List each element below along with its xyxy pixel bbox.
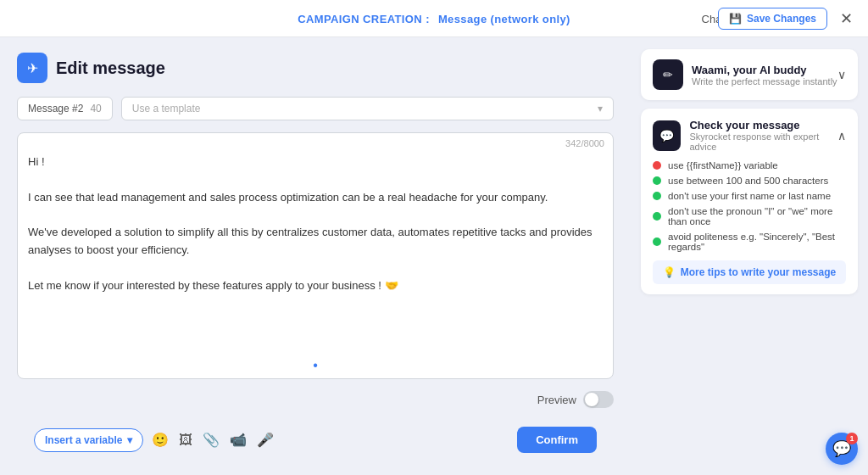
check-card-left: 💬 Check your message Skyrocket response … xyxy=(653,119,837,152)
controls-row: Message #2 40 Use a template ▾ xyxy=(17,97,614,120)
confirm-button[interactable]: Confirm xyxy=(517,427,597,453)
close-button[interactable]: ✕ xyxy=(834,7,858,31)
confirm-label: Confirm xyxy=(536,433,578,446)
save-changes-button[interactable]: 💾 Save Changes xyxy=(718,8,827,30)
insert-variable-label: Insert a variable xyxy=(45,434,122,446)
right-panel: ✏ Waami, your AI buddy Write the perfect… xyxy=(631,37,868,475)
chevron-down-icon: ▾ xyxy=(598,103,603,115)
check-subtitle: Skyrocket response with expert advice xyxy=(689,131,837,152)
page-title: CAMPAIGN CREATION : Message (network onl… xyxy=(298,11,570,26)
preview-label: Preview xyxy=(537,394,576,406)
template-select[interactable]: Use a template ▾ xyxy=(121,97,614,120)
check-card-header: 💬 Check your message Skyrocket response … xyxy=(653,119,846,152)
waami-collapse-chevron[interactable]: ∨ xyxy=(837,68,846,81)
video-icon[interactable]: 📹 xyxy=(230,432,247,448)
check-item-text: avoid politeness e.g. "Sincerely", "Best… xyxy=(668,232,846,252)
save-label: Save Changes xyxy=(747,13,816,25)
check-item-pronoun: don't use the pronoun "I" or "we" more t… xyxy=(653,206,846,226)
waami-card-header: ✏ Waami, your AI buddy Write the perfect… xyxy=(653,59,846,90)
campaign-link[interactable]: Message (network only) xyxy=(438,13,570,25)
chat-fab[interactable]: 💬 1 xyxy=(826,433,858,465)
waami-pencil-icon: ✏ xyxy=(663,68,673,81)
preview-toggle[interactable] xyxy=(583,391,614,408)
more-tips-button[interactable]: 💡 More tips to write your message xyxy=(653,260,846,284)
check-item-text: don't use your first name or last name xyxy=(668,191,831,201)
check-item-chars: use between 100 and 500 characters xyxy=(653,176,846,186)
check-items-list: use {{firstName}} variable use between 1… xyxy=(653,160,846,252)
toolbar-icons: 🙂 🖼 📎 📹 🎤 xyxy=(152,432,274,448)
check-chat-icon: 💬 xyxy=(659,129,674,142)
check-message-card: 💬 Check your message Skyrocket response … xyxy=(641,109,858,294)
chevron-down-icon: ▾ xyxy=(127,434,132,446)
check-icon-box: 💬 xyxy=(653,120,681,151)
top-bar: CAMPAIGN CREATION : Message (network onl… xyxy=(0,0,868,37)
char-count-badge: 40 xyxy=(90,103,101,115)
message-number-label: Message #2 xyxy=(28,103,83,115)
bottom-toolbar: Insert a variable ▾ 🙂 🖼 📎 📹 🎤 Confirm xyxy=(17,420,614,460)
more-tips-label: More tips to write your message xyxy=(681,266,836,278)
edit-header: ✈ Edit message xyxy=(17,53,614,83)
plane-icon: ✈ xyxy=(27,60,38,76)
left-panel: ✈ Edit message Message #2 40 Use a templ… xyxy=(0,37,631,475)
image-icon[interactable]: 🖼 xyxy=(179,433,192,448)
message-scroll-indicator: • xyxy=(18,355,613,378)
status-dot-red xyxy=(653,161,661,170)
check-item-firstname: use {{firstName}} variable xyxy=(653,160,846,170)
top-bar-actions: 💾 Save Changes ✕ xyxy=(718,7,858,31)
check-title: Check your message xyxy=(689,119,837,131)
check-item-text: use between 100 and 500 characters xyxy=(668,176,828,186)
message-char-count: 342/8000 xyxy=(18,133,613,148)
edit-icon-box: ✈ xyxy=(17,53,47,83)
message-label-box: Message #2 40 xyxy=(17,97,113,120)
lightbulb-icon: 💡 xyxy=(663,266,676,278)
waami-subtitle: Write the perfect message instantly xyxy=(692,76,837,87)
close-icon: ✕ xyxy=(840,9,853,28)
waami-name: Waami, your AI buddy xyxy=(692,64,837,76)
status-dot-green xyxy=(653,192,661,200)
check-item-name: don't use your first name or last name xyxy=(653,191,846,201)
template-placeholder: Use a template xyxy=(132,103,201,115)
check-card-info: Check your message Skyrocket response wi… xyxy=(689,119,837,152)
edit-message-title: Edit message xyxy=(56,59,165,78)
preview-row: Preview xyxy=(17,391,614,408)
mic-icon[interactable]: 🎤 xyxy=(257,432,274,448)
insert-variable-button[interactable]: Insert a variable ▾ xyxy=(34,428,143,452)
status-dot-green xyxy=(653,238,661,246)
waami-icon-box: ✏ xyxy=(653,59,683,90)
waami-card: ✏ Waami, your AI buddy Write the perfect… xyxy=(641,49,858,100)
fab-notification-badge: 1 xyxy=(846,433,858,444)
check-item-politeness: avoid politeness e.g. "Sincerely", "Best… xyxy=(653,232,846,252)
message-textarea[interactable]: Hi ! I can see that lead management and … xyxy=(18,148,613,355)
waami-info: Waami, your AI buddy Write the perfect m… xyxy=(692,64,837,87)
campaign-prefix: CAMPAIGN CREATION : xyxy=(298,13,430,25)
waami-card-left: ✏ Waami, your AI buddy Write the perfect… xyxy=(653,59,837,90)
main-layout: ✈ Edit message Message #2 40 Use a templ… xyxy=(0,37,868,475)
status-dot-green xyxy=(653,176,661,185)
message-area-wrapper: 342/8000 Hi ! I can see that lead manage… xyxy=(17,132,614,379)
emoji-icon[interactable]: 🙂 xyxy=(152,432,169,448)
check-item-text: don't use the pronoun "I" or "we" more t… xyxy=(668,206,846,226)
check-item-text: use {{firstName}} variable xyxy=(668,160,778,170)
save-icon: 💾 xyxy=(729,13,742,25)
status-dot-green xyxy=(653,212,661,221)
check-collapse-chevron[interactable]: ∧ xyxy=(837,129,846,142)
paperclip-icon[interactable]: 📎 xyxy=(203,432,220,448)
toolbar-left: Insert a variable ▾ 🙂 🖼 📎 📹 🎤 xyxy=(34,428,274,452)
